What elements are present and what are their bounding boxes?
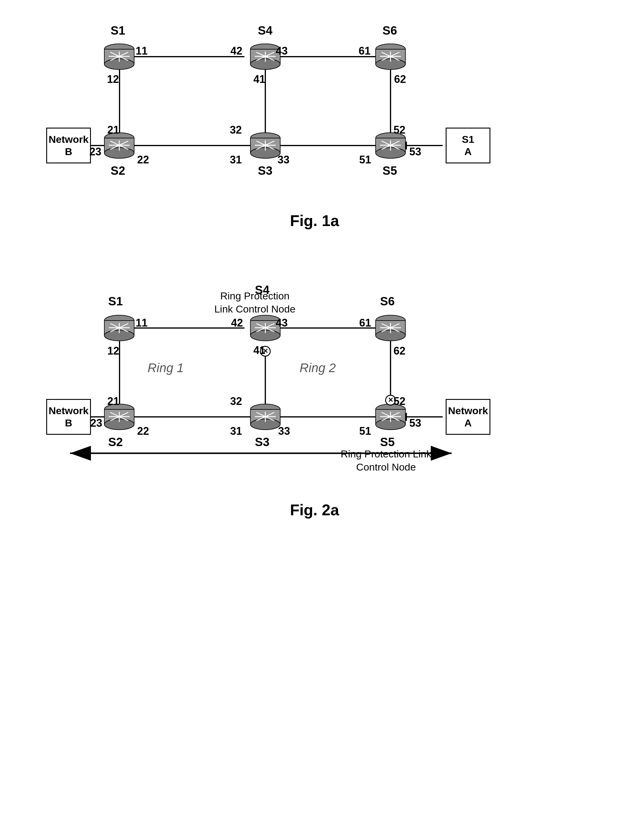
label-s6: S6 <box>383 24 397 37</box>
label2-s5: S5 <box>380 435 395 449</box>
rpl-s5-label: Ring Protection Link Control Node <box>338 447 434 474</box>
line-s2-s3 <box>134 145 251 146</box>
port-43: 43 <box>276 45 288 57</box>
port2-21: 21 <box>107 395 119 407</box>
port-22: 22 <box>137 153 149 166</box>
port2-22: 22 <box>137 425 149 437</box>
ring2-label: Ring 2 <box>300 361 336 375</box>
port2-11: 11 <box>136 317 148 329</box>
line2-s3-s5 <box>277 416 376 417</box>
label2-s6: S6 <box>380 295 395 308</box>
network-a-box: S1 A <box>446 128 490 163</box>
router2-s1 <box>101 313 137 343</box>
port-53: 53 <box>409 145 421 158</box>
router-s6 <box>373 42 408 71</box>
port-21: 21 <box>107 124 119 136</box>
network-a-box-2: Network A <box>446 399 490 435</box>
port2-62: 62 <box>394 345 405 357</box>
line2-s2-s3 <box>134 416 251 417</box>
port-42: 42 <box>230 45 242 57</box>
port2-41: 41 <box>254 344 265 357</box>
rpl-s4-label: Ring Protection Link Control Node <box>213 289 296 316</box>
port-23: 23 <box>90 145 101 158</box>
figure-1a-container: S1 A Network B <box>24 18 605 230</box>
label-s3: S3 <box>258 164 273 177</box>
port-62: 62 <box>394 73 406 85</box>
label2-s2: S2 <box>108 435 123 449</box>
diagram-2a: Network A Network B <box>46 259 583 492</box>
fig2a-caption: Fig. 2a <box>290 501 339 519</box>
port-31: 31 <box>230 153 242 166</box>
label2-s3: S3 <box>255 435 270 449</box>
router-s1 <box>101 42 137 71</box>
ring1-label: Ring 1 <box>148 361 184 375</box>
port-33: 33 <box>277 153 290 166</box>
network-b-box-2: Network B <box>46 399 91 435</box>
port2-12: 12 <box>107 345 119 357</box>
port2-23: 23 <box>90 417 102 429</box>
router2-s3 <box>248 402 283 432</box>
port-41: 41 <box>254 73 265 85</box>
router2-s6 <box>373 313 408 343</box>
port2-61: 61 <box>359 317 371 329</box>
port2-32: 32 <box>230 395 242 407</box>
port2-53: 53 <box>409 417 421 429</box>
network-b-box: Network B <box>46 128 91 163</box>
figure-2a-container: Network A Network B <box>24 259 605 519</box>
port2-52: 52 <box>394 395 405 407</box>
port2-42: 42 <box>231 317 243 329</box>
port2-33: 33 <box>278 425 290 437</box>
diagram-1a: S1 A Network B <box>46 18 583 203</box>
line-s3-s5 <box>277 145 376 146</box>
port-61: 61 <box>359 45 370 57</box>
port-51: 51 <box>359 153 371 166</box>
port-32: 32 <box>230 124 242 136</box>
port2-51: 51 <box>359 425 371 437</box>
port2-43: 43 <box>276 317 288 329</box>
port-11: 11 <box>136 45 148 57</box>
label-s4: S4 <box>258 24 273 37</box>
label-s1: S1 <box>110 24 125 37</box>
port-52: 52 <box>394 124 405 136</box>
fig1a-caption: Fig. 1a <box>290 212 339 230</box>
port-12: 12 <box>107 73 119 85</box>
label-s5: S5 <box>383 164 397 177</box>
label2-s1: S1 <box>108 295 123 308</box>
port2-31: 31 <box>230 425 242 437</box>
label-s2: S2 <box>110 164 125 177</box>
